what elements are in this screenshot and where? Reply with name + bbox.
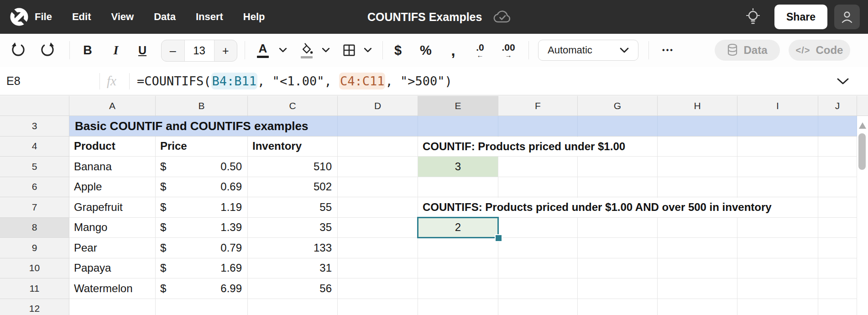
cell-J9[interactable]	[818, 238, 857, 258]
menu-data[interactable]: Data	[154, 11, 176, 23]
cell-E12[interactable]	[418, 299, 498, 315]
row-header-12[interactable]: 12	[0, 299, 69, 315]
cell-E3[interactable]	[418, 116, 498, 136]
cell-F12[interactable]	[498, 299, 578, 315]
cell-E5[interactable]: 3	[418, 157, 498, 177]
cell-D12[interactable]	[338, 299, 418, 315]
cell-D11[interactable]	[338, 278, 418, 299]
menu-edit[interactable]: Edit	[72, 11, 91, 23]
cell-D8[interactable]	[338, 218, 418, 238]
document-title[interactable]: COUNTIFS Examples	[367, 10, 482, 24]
cell-C11[interactable]: 56	[248, 278, 338, 299]
cell-A8[interactable]: Mango	[69, 218, 156, 238]
cell-B11[interactable]: $6.99	[156, 278, 248, 299]
cell-G8[interactable]	[578, 218, 658, 238]
cell-E6[interactable]	[418, 177, 498, 198]
cell-F9[interactable]	[498, 238, 578, 258]
bold-button[interactable]: B	[83, 34, 92, 67]
font-size-value[interactable]: 13	[184, 40, 214, 61]
cell-B12[interactable]	[156, 299, 248, 315]
cell-J7[interactable]	[818, 197, 857, 218]
font-size-decrease-button[interactable]: –	[162, 40, 184, 61]
spreadsheet-grid[interactable]: ABCDEFGHIJ34ProductPriceInventory5Banana…	[0, 96, 868, 315]
col-header-I[interactable]: I	[737, 96, 818, 116]
number-format-dropdown[interactable]: Automatic	[538, 40, 638, 61]
col-header-A[interactable]: A	[69, 96, 156, 116]
undo-button[interactable]	[10, 34, 26, 67]
scrollbar-up-icon[interactable]	[859, 122, 866, 129]
text-color-chevron-icon[interactable]	[279, 34, 287, 67]
cell-C12[interactable]	[248, 299, 338, 315]
fill-color-chevron-icon[interactable]	[322, 34, 329, 67]
cell-F5[interactable]	[498, 157, 578, 177]
cell-C5[interactable]: 510	[248, 157, 338, 177]
cell-C6[interactable]: 502	[248, 177, 338, 198]
cell-D6[interactable]	[338, 177, 418, 198]
cell-B7[interactable]: $1.19	[156, 197, 248, 218]
cell-B8[interactable]: $1.39	[156, 218, 248, 238]
cell-E9[interactable]	[418, 238, 498, 258]
borders-button[interactable]	[342, 34, 356, 67]
share-button[interactable]: Share	[774, 5, 827, 29]
cell-A11[interactable]: Watermelon	[69, 278, 156, 299]
redo-button[interactable]	[39, 34, 56, 67]
row-header-10[interactable]: 10	[0, 258, 69, 279]
font-size-increase-button[interactable]: +	[214, 40, 237, 61]
cell-I11[interactable]	[737, 278, 818, 299]
code-panel-button[interactable]: </> Code	[789, 40, 850, 61]
cell-D9[interactable]	[338, 238, 418, 258]
cell-A9[interactable]: Pear	[69, 238, 156, 258]
percent-format-button[interactable]: %	[420, 34, 432, 67]
cell-J4[interactable]	[818, 136, 857, 157]
cell-H6[interactable]	[658, 177, 737, 198]
cell-A7[interactable]: Grapefruit	[69, 197, 156, 218]
selection-fill-handle[interactable]	[495, 234, 502, 242]
cell-A6[interactable]: Apple	[69, 177, 156, 198]
cell-I10[interactable]	[737, 258, 818, 279]
cell-J11[interactable]	[818, 278, 857, 299]
cell-B10[interactable]: $1.69	[156, 258, 248, 279]
cell-J6[interactable]	[818, 177, 857, 198]
col-header-H[interactable]: H	[658, 96, 737, 116]
cell-A5[interactable]: Banana	[69, 157, 156, 177]
cell-G9[interactable]	[578, 238, 658, 258]
row-header-9[interactable]: 9	[0, 238, 69, 258]
cell-H9[interactable]	[658, 238, 737, 258]
currency-format-button[interactable]: $	[394, 34, 402, 67]
cell-B6[interactable]: $0.69	[156, 177, 248, 198]
cell-C7[interactable]: 55	[248, 197, 338, 218]
cell-A12[interactable]	[69, 299, 156, 315]
app-logo-icon[interactable]	[8, 6, 30, 28]
cell-H11[interactable]	[658, 278, 737, 299]
cell-C10[interactable]: 31	[248, 258, 338, 279]
menu-view[interactable]: View	[111, 11, 134, 23]
col-header-E[interactable]: E	[418, 96, 498, 116]
cell-F10[interactable]	[498, 258, 578, 279]
italic-button[interactable]: I	[114, 34, 119, 67]
menu-file[interactable]: File	[35, 11, 52, 23]
cell-C4[interactable]: Inventory	[248, 136, 338, 157]
cell-E8[interactable]: 2	[418, 218, 498, 238]
cell-I9[interactable]	[737, 238, 818, 258]
cell-J12[interactable]	[818, 299, 857, 315]
cell-I12[interactable]	[737, 299, 818, 315]
col-header-J[interactable]: J	[818, 96, 857, 116]
name-box[interactable]: E8	[6, 67, 21, 95]
cell-H5[interactable]	[658, 157, 737, 177]
cell-D10[interactable]	[338, 258, 418, 279]
cell-B5[interactable]: $0.50	[156, 157, 248, 177]
cell-J8[interactable]	[818, 218, 857, 238]
cell-A10[interactable]: Papaya	[69, 258, 156, 279]
cell-H8[interactable]	[658, 218, 737, 238]
col-header-F[interactable]: F	[498, 96, 578, 116]
text-color-button[interactable]: A	[257, 34, 269, 67]
cell-I6[interactable]	[737, 177, 818, 198]
cell-G3[interactable]	[578, 116, 658, 136]
decrease-decimals-button[interactable]: .0←	[476, 34, 484, 67]
cell-E11[interactable]	[418, 278, 498, 299]
account-avatar[interactable]	[834, 5, 860, 29]
cell-E10[interactable]	[418, 258, 498, 279]
cell-D4[interactable]	[338, 136, 418, 157]
row-header-11[interactable]: 11	[0, 278, 69, 299]
row-header-7[interactable]: 7	[0, 197, 69, 218]
